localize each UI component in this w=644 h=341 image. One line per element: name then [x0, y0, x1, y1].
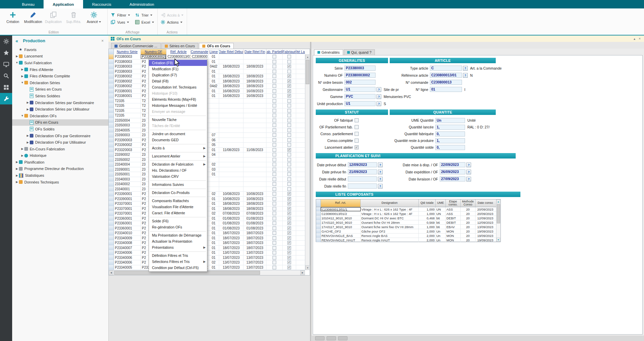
- desktop-icon[interactable]: [0, 58, 12, 70]
- conso-partiellement-checkbox[interactable]: [355, 132, 359, 136]
- row-header[interactable]: [316, 212, 321, 216]
- fabrique-checkbox[interactable]: ✓: [287, 207, 291, 211]
- composant-row[interactable]: 1010412_9010_9010Dormant DC HI OV avec B…: [316, 216, 500, 220]
- lookup-button[interactable]: ?: [377, 94, 381, 99]
- column-header-fab-partielle[interactable]: Fab. Partielle: [266, 49, 283, 54]
- fab-partielle-checkbox[interactable]: [273, 221, 276, 225]
- fabrique-checkbox[interactable]: ✓: [287, 261, 291, 264]
- fabrique-checkbox[interactable]: [287, 168, 291, 171]
- row-header[interactable]: [109, 123, 114, 128]
- row-header[interactable]: [316, 216, 321, 220]
- sidebar-item-files-d-attente[interactable]: ▶ Files d'Attente: [12, 66, 108, 73]
- fabrique-checkbox[interactable]: [287, 153, 291, 156]
- row-header[interactable]: [109, 133, 114, 138]
- row-header[interactable]: [109, 206, 114, 211]
- quantite-lancee-field[interactable]: 1,: [435, 125, 465, 130]
- fab-partielle-checkbox[interactable]: [273, 89, 276, 93]
- sidebar-item-ofs-soldes[interactable]: OFs Soldés: [12, 126, 108, 132]
- creation-button[interactable]: Création: [3, 10, 23, 25]
- row-header[interactable]: [109, 157, 114, 162]
- row-header[interactable]: [109, 113, 114, 118]
- context-menu-item-acces-a[interactable]: Accès à▶: [149, 145, 207, 151]
- fabrique-checkbox[interactable]: ✓: [287, 226, 291, 230]
- composants-column-ref-art[interactable]: Ref. Art.: [321, 199, 361, 207]
- fabrique-checkbox[interactable]: [287, 138, 291, 142]
- row-header[interactable]: [109, 84, 114, 89]
- row-header[interactable]: [109, 118, 114, 123]
- fab-partielle-checkbox[interactable]: [273, 212, 276, 215]
- row-header[interactable]: [109, 148, 114, 152]
- sidebar-item-declaration-series[interactable]: ▼ Déclaration Séries: [12, 79, 108, 86]
- fabrique-checkbox[interactable]: [287, 133, 291, 137]
- context-menu-item-solde-f6[interactable]: Solde (F6): [149, 218, 207, 224]
- sidebar-item-declaration-ofs-par-gestionnaire[interactable]: ▶ Déclaration OFs par Gestionnaire: [12, 132, 108, 139]
- bottom-partial-button[interactable]: [327, 336, 336, 340]
- scroll-left-icon[interactable]: ◀: [109, 270, 113, 275]
- sidebar-item-ofs-en-cours[interactable]: OFs en Cours: [12, 119, 108, 126]
- row-header[interactable]: [109, 192, 114, 196]
- tree-expand-icon[interactable]: ▶: [26, 108, 30, 111]
- scroll-thumb[interactable]: [497, 204, 500, 223]
- fab-partielle-checkbox[interactable]: [273, 114, 276, 117]
- column-header-qte-lan[interactable]: Qté Lan: [296, 49, 305, 54]
- tab-ofs-en-cours[interactable]: OFs en Cours: [199, 43, 234, 49]
- row-header[interactable]: [109, 260, 114, 265]
- fab-partielle-checkbox[interactable]: [273, 266, 276, 269]
- gamme-field[interactable]: PVC: [344, 94, 376, 99]
- row-header[interactable]: [109, 265, 114, 270]
- context-menu-item-nouvelle-tache[interactable]: Nouvelle Tâche: [149, 117, 207, 123]
- context-menu-item-historique-messages-entite[interactable]: Historique Messages / Entité: [149, 102, 207, 108]
- fabrique-checkbox[interactable]: [287, 99, 291, 103]
- row-header[interactable]: [109, 172, 114, 177]
- fabrique-checkbox[interactable]: [287, 109, 291, 113]
- sidebar-item-favoris[interactable]: ★ Favoris: [12, 46, 108, 53]
- fabrique-checkbox[interactable]: [287, 70, 291, 73]
- bottom-partial-button[interactable]: [338, 336, 347, 340]
- panel-close-icon[interactable]: ×: [639, 37, 641, 41]
- context-menu-item-declaration-de-fabrication[interactable]: Déclaration de Fabrication▶: [149, 161, 207, 167]
- sidebar-item-statistiques[interactable]: ▶ Statistiques: [12, 172, 108, 179]
- tab-series-en-cours[interactable]: Séries en Cours: [161, 43, 198, 49]
- sidebar-item-en-cours-fabrication[interactable]: ▶ En-Cours Fabrication: [12, 146, 108, 152]
- tree-expand-icon[interactable]: ▼: [20, 81, 24, 84]
- modules-icon[interactable]: [0, 81, 12, 93]
- menu-item-bureau[interactable]: Bureau: [13, 0, 44, 8]
- fabrique-checkbox[interactable]: [287, 123, 291, 127]
- fabrique-checkbox[interactable]: ✓: [287, 212, 291, 215]
- fabrique-checkbox[interactable]: [287, 104, 291, 107]
- fab-partielle-checkbox[interactable]: [273, 246, 276, 250]
- lookup-button[interactable]: ?: [466, 170, 471, 174]
- quantite-solde-field[interactable]: 0,: [435, 145, 465, 150]
- tree-expand-icon[interactable]: ▼: [20, 114, 24, 117]
- fabrique-checkbox[interactable]: ✓: [287, 241, 291, 245]
- n-commande-field[interactable]: C230800013: [430, 80, 462, 85]
- composants-column-methode-conso[interactable]: Methode Conso: [461, 199, 475, 207]
- tree-expand-icon[interactable]: ▶: [20, 147, 24, 150]
- fab-partielle-checkbox[interactable]: [273, 104, 276, 107]
- column-header-fabrique[interactable]: Fabriqué: [283, 49, 296, 54]
- composant-row[interactable]: C230800013/01/2Vitrage : H x L : 626 x 1…: [316, 212, 500, 216]
- fabrique-checkbox[interactable]: ✓: [287, 89, 291, 93]
- row-header[interactable]: [109, 143, 114, 147]
- fabrique-checkbox[interactable]: ✓: [287, 84, 291, 88]
- row-header[interactable]: [109, 187, 114, 192]
- lookup-button[interactable]: ?: [378, 184, 383, 189]
- vertical-scrollbar[interactable]: ▲ ▼: [305, 54, 310, 270]
- row-header[interactable]: [109, 138, 114, 143]
- fab-partielle-checkbox[interactable]: [273, 153, 276, 156]
- context-menu-item-ma-presentation-de-demarrage[interactable]: Ma Présentation de Démarrage: [149, 232, 207, 238]
- row-header[interactable]: [109, 89, 114, 94]
- context-menu-item-informations-suivies[interactable]: Informations Suivies: [149, 181, 207, 188]
- fabrique-checkbox[interactable]: [287, 55, 291, 58]
- fabrique-checkbox[interactable]: ✓: [287, 65, 291, 68]
- fabrique-checkbox[interactable]: [287, 182, 291, 186]
- acces-a-button[interactable]: Accès à: [160, 13, 183, 18]
- context-menu-item-caract-file-d-attente[interactable]: Caract. File d'Attente: [149, 210, 207, 216]
- tree-expand-icon[interactable]: ▶: [15, 167, 19, 170]
- row-header[interactable]: [316, 207, 321, 211]
- trier-button[interactable]: Trier: [135, 13, 154, 18]
- tree-expand-icon[interactable]: ▼: [15, 61, 19, 64]
- context-menu-item-condition-par-defaut-ctrl-f5[interactable]: Condition par Défaut (Ctrl-F5): [149, 265, 207, 271]
- fab-partielle-checkbox[interactable]: [273, 172, 276, 176]
- tab-gestion-commerciale[interactable]: Gestion Commerciale ...: [111, 43, 161, 49]
